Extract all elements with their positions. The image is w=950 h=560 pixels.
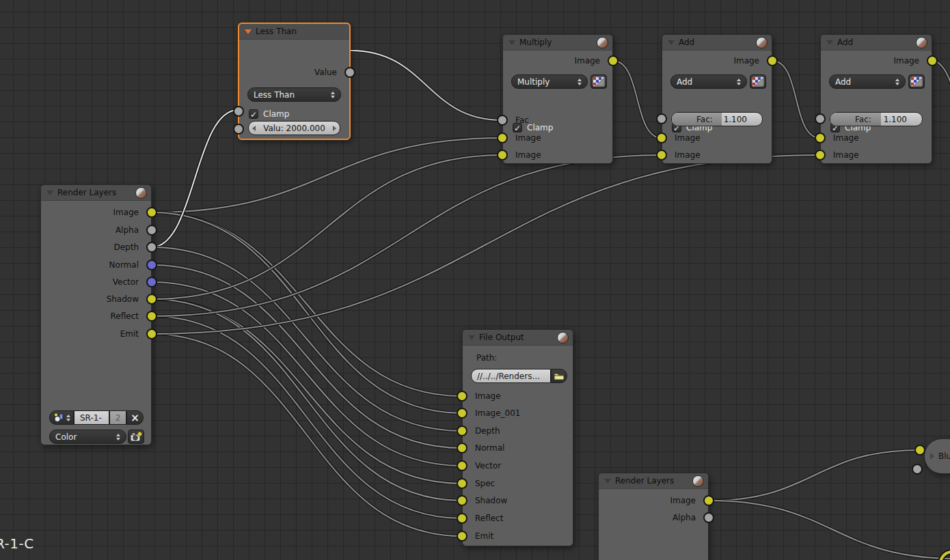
out-socket-alpha[interactable]	[146, 225, 157, 236]
node-file-output[interactable]: File Output Path: //../../Renders... Ima…	[462, 329, 573, 546]
node-add-1[interactable]: Add Add ✓ Clamp Fac: 1.100 ImageImageIma…	[662, 34, 772, 164]
in-socket-emit[interactable]	[457, 531, 467, 542]
out-socket-vector[interactable]	[146, 277, 157, 288]
use-alpha-button[interactable]	[908, 74, 925, 89]
node-header[interactable]: Less Than	[239, 24, 349, 40]
wire-add1.Image-to-add2.Image1[interactable]	[772, 61, 820, 138]
in-socket-depth[interactable]	[457, 425, 467, 436]
node-render-layers-1[interactable]: Render Layers SR-1- 2 × Color	[40, 184, 152, 445]
node-add-2[interactable]: Add Add ✓ Clamp Fac: 1.100 ImageImageIma…	[820, 34, 932, 164]
checkbox-checked-icon[interactable]: ✓	[249, 109, 258, 119]
scene-cycle-arrows-icon[interactable]	[66, 415, 70, 421]
scene-name-field[interactable]: SR-1-	[74, 410, 109, 425]
out-socket-image[interactable]	[767, 55, 778, 66]
blend-mode-dropdown[interactable]: Add	[670, 74, 747, 89]
increment-arrow-icon[interactable]	[333, 126, 336, 131]
wire-render_layers_1.Vector-to-file_output.Vector[interactable]	[152, 282, 462, 466]
out-socket-image[interactable]	[703, 495, 714, 506]
material-preview-icon[interactable]	[692, 475, 704, 487]
rerender-layer-button[interactable]	[128, 430, 144, 444]
out-socket-alpha[interactable]	[703, 512, 714, 523]
collapse-icon[interactable]	[508, 40, 515, 45]
in-socket-image[interactable]	[656, 150, 667, 160]
material-preview-icon[interactable]	[916, 37, 927, 48]
wire-render_layers_1.Shadow-to-file_output.Shadow[interactable]	[152, 299, 462, 501]
wire-render_layers_1.Emit-to-file_output.Emit[interactable]	[152, 334, 462, 536]
render-layer-dropdown[interactable]: Color	[49, 430, 126, 444]
scene-selector-button[interactable]	[49, 410, 74, 425]
output-socket-value[interactable]	[344, 67, 355, 78]
blend-mode-dropdown[interactable]: Multiply	[511, 74, 588, 89]
in-socket-image[interactable]	[497, 132, 508, 143]
input-socket-value[interactable]	[233, 106, 244, 117]
in-socket-image[interactable]	[815, 132, 826, 143]
node-header[interactable]: File Output	[463, 330, 573, 346]
in-socket-reflect[interactable]	[457, 513, 467, 524]
wire-render_layers_1.Shadow-to-file_output.Spec[interactable]	[152, 299, 462, 484]
in-socket-spec[interactable]	[457, 478, 467, 489]
node-header[interactable]: Multiply	[503, 35, 612, 51]
node-editor-canvas[interactable]: Less Than Value Less Than ✓ Clamp Value …	[0, 0, 950, 560]
unlink-scene-button[interactable]: ×	[126, 410, 144, 425]
wire-add2.Image-to-offscreen-right[interactable]	[932, 61, 950, 225]
wire-render_layers_1.Depth-to-less_than.Value[interactable]	[152, 110, 238, 247]
use-alpha-button[interactable]	[591, 74, 607, 89]
node-header[interactable]: Add	[821, 35, 932, 51]
blend-mode-dropdown[interactable]: Add	[829, 74, 906, 89]
node-header[interactable]: Add	[662, 35, 772, 51]
material-preview-icon[interactable]	[135, 187, 147, 199]
blur-input-socket-image[interactable]	[914, 445, 925, 456]
wire-render_layers_1.Reflect-to-file_output.Reflect[interactable]	[152, 316, 462, 518]
wire-render_layers_1.Normal-to-file_output.Normal[interactable]	[152, 265, 462, 448]
node-header[interactable]: Render Layers	[599, 473, 708, 489]
wire-render_layers_2.Image-to-blur.Image[interactable]	[709, 450, 920, 501]
wire-render_layers_1.Depth-to-file_output.Depth[interactable]	[152, 247, 462, 431]
collapse-icon[interactable]	[46, 191, 53, 195]
collapse-icon[interactable]	[668, 40, 675, 45]
path-field[interactable]: //../../Renders...	[471, 369, 551, 383]
in-socket-shadow[interactable]	[457, 495, 467, 506]
in-socket-image[interactable]	[656, 132, 667, 143]
expand-icon[interactable]	[930, 453, 934, 460]
out-socket-image[interactable]	[927, 55, 938, 66]
out-socket-emit[interactable]	[146, 328, 157, 339]
in-socket-value[interactable]	[656, 113, 667, 124]
wire-render_layers_1.Reflect-to-add1.Image2[interactable]	[152, 155, 662, 316]
in-socket-fac[interactable]	[497, 115, 508, 126]
node-header[interactable]: Render Layers	[41, 185, 151, 201]
in-socket-value[interactable]	[815, 113, 826, 124]
scene-users-count[interactable]: 2	[109, 410, 126, 425]
input-socket-value2[interactable]	[233, 124, 244, 135]
collapse-icon[interactable]	[245, 29, 252, 34]
out-socket-normal[interactable]	[146, 260, 157, 270]
in-socket-image[interactable]	[815, 150, 826, 160]
value-number-field[interactable]: Valu: 2000.000	[248, 121, 340, 135]
out-socket-image[interactable]	[608, 55, 619, 66]
in-socket-image[interactable]	[457, 391, 467, 402]
clamp-checkbox-row[interactable]: ✓ Clamp	[249, 108, 289, 120]
wire-less_than.Value-to-multiply.Fac[interactable]	[351, 51, 502, 120]
blur-input-socket-size[interactable]	[912, 464, 923, 475]
collapse-icon[interactable]	[826, 40, 833, 45]
node-multiply[interactable]: Multiply Multiply ✓ Clamp ImageFacImageI…	[502, 34, 613, 164]
operation-dropdown[interactable]: Less Than	[247, 87, 341, 102]
in-socket-normal[interactable]	[457, 443, 467, 453]
node-less-than[interactable]: Less Than Value Less Than ✓ Clamp Value …	[238, 23, 351, 140]
collapse-icon[interactable]	[468, 335, 475, 340]
out-socket-image[interactable]	[146, 207, 157, 218]
out-socket-reflect[interactable]	[146, 311, 157, 322]
in-socket-image_001[interactable]	[457, 408, 467, 419]
material-preview-icon[interactable]	[597, 37, 608, 48]
use-alpha-button[interactable]	[750, 74, 766, 89]
material-preview-icon[interactable]	[557, 332, 569, 344]
in-socket-vector[interactable]	[457, 460, 467, 471]
in-socket-image[interactable]	[497, 150, 508, 160]
wire-multiply.Image-to-add1.Image1[interactable]	[613, 61, 662, 138]
browse-folder-button[interactable]	[551, 369, 567, 383]
collapse-icon[interactable]	[604, 479, 611, 484]
material-preview-icon[interactable]	[756, 37, 768, 48]
blend-mode-label: Add	[835, 77, 893, 87]
node-render-layers-2[interactable]: Render Layers ImageAlpha	[598, 473, 709, 560]
out-socket-shadow[interactable]	[146, 294, 157, 305]
out-socket-depth[interactable]	[146, 242, 157, 253]
